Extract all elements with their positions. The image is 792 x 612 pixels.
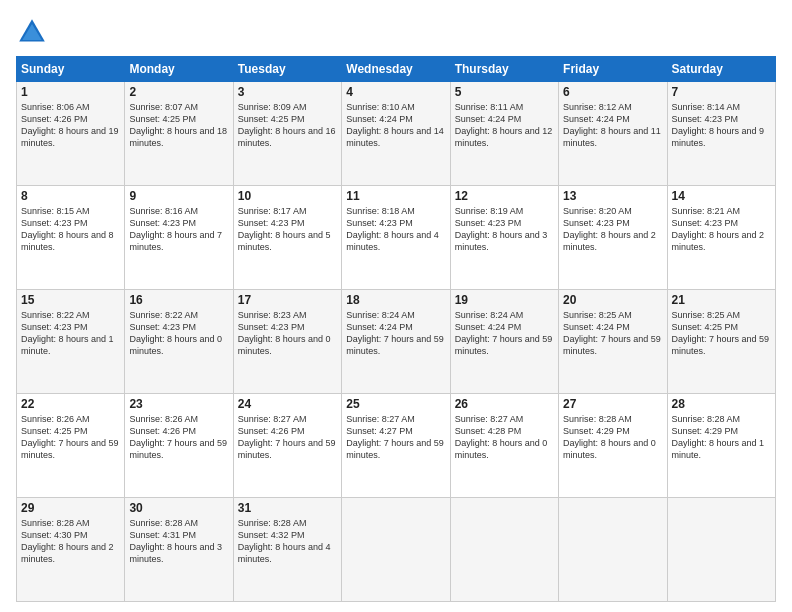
col-monday: Monday xyxy=(125,57,233,82)
day-details: Sunrise: 8:14 AM Sunset: 4:23 PM Dayligh… xyxy=(672,101,771,150)
table-row: 24Sunrise: 8:27 AM Sunset: 4:26 PM Dayli… xyxy=(233,394,341,498)
day-number: 24 xyxy=(238,397,337,411)
col-saturday: Saturday xyxy=(667,57,775,82)
day-details: Sunrise: 8:22 AM Sunset: 4:23 PM Dayligh… xyxy=(21,309,120,358)
table-row: 17Sunrise: 8:23 AM Sunset: 4:23 PM Dayli… xyxy=(233,290,341,394)
day-number: 17 xyxy=(238,293,337,307)
day-number: 20 xyxy=(563,293,662,307)
day-number: 16 xyxy=(129,293,228,307)
header xyxy=(16,16,776,48)
day-details: Sunrise: 8:18 AM Sunset: 4:23 PM Dayligh… xyxy=(346,205,445,254)
day-number: 26 xyxy=(455,397,554,411)
day-number: 4 xyxy=(346,85,445,99)
day-details: Sunrise: 8:12 AM Sunset: 4:24 PM Dayligh… xyxy=(563,101,662,150)
table-row: 19Sunrise: 8:24 AM Sunset: 4:24 PM Dayli… xyxy=(450,290,558,394)
logo xyxy=(16,16,52,48)
col-sunday: Sunday xyxy=(17,57,125,82)
day-number: 9 xyxy=(129,189,228,203)
day-details: Sunrise: 8:28 AM Sunset: 4:29 PM Dayligh… xyxy=(672,413,771,462)
logo-icon xyxy=(16,16,48,48)
col-thursday: Thursday xyxy=(450,57,558,82)
day-details: Sunrise: 8:26 AM Sunset: 4:25 PM Dayligh… xyxy=(21,413,120,462)
day-number: 30 xyxy=(129,501,228,515)
day-number: 1 xyxy=(21,85,120,99)
table-row: 9Sunrise: 8:16 AM Sunset: 4:23 PM Daylig… xyxy=(125,186,233,290)
table-row: 20Sunrise: 8:25 AM Sunset: 4:24 PM Dayli… xyxy=(559,290,667,394)
table-row: 11Sunrise: 8:18 AM Sunset: 4:23 PM Dayli… xyxy=(342,186,450,290)
day-details: Sunrise: 8:22 AM Sunset: 4:23 PM Dayligh… xyxy=(129,309,228,358)
day-number: 11 xyxy=(346,189,445,203)
col-friday: Friday xyxy=(559,57,667,82)
table-row: 8Sunrise: 8:15 AM Sunset: 4:23 PM Daylig… xyxy=(17,186,125,290)
table-row: 14Sunrise: 8:21 AM Sunset: 4:23 PM Dayli… xyxy=(667,186,775,290)
day-number: 13 xyxy=(563,189,662,203)
day-details: Sunrise: 8:27 AM Sunset: 4:26 PM Dayligh… xyxy=(238,413,337,462)
table-row: 22Sunrise: 8:26 AM Sunset: 4:25 PM Dayli… xyxy=(17,394,125,498)
day-number: 28 xyxy=(672,397,771,411)
calendar-week-row: 8Sunrise: 8:15 AM Sunset: 4:23 PM Daylig… xyxy=(17,186,776,290)
day-number: 6 xyxy=(563,85,662,99)
day-details: Sunrise: 8:11 AM Sunset: 4:24 PM Dayligh… xyxy=(455,101,554,150)
calendar-week-row: 29Sunrise: 8:28 AM Sunset: 4:30 PM Dayli… xyxy=(17,498,776,602)
day-number: 7 xyxy=(672,85,771,99)
day-details: Sunrise: 8:28 AM Sunset: 4:30 PM Dayligh… xyxy=(21,517,120,566)
table-row: 31Sunrise: 8:28 AM Sunset: 4:32 PM Dayli… xyxy=(233,498,341,602)
day-details: Sunrise: 8:25 AM Sunset: 4:24 PM Dayligh… xyxy=(563,309,662,358)
table-row xyxy=(559,498,667,602)
calendar: Sunday Monday Tuesday Wednesday Thursday… xyxy=(16,56,776,602)
day-number: 23 xyxy=(129,397,228,411)
day-number: 2 xyxy=(129,85,228,99)
table-row: 16Sunrise: 8:22 AM Sunset: 4:23 PM Dayli… xyxy=(125,290,233,394)
table-row: 1Sunrise: 8:06 AM Sunset: 4:26 PM Daylig… xyxy=(17,82,125,186)
table-row: 2Sunrise: 8:07 AM Sunset: 4:25 PM Daylig… xyxy=(125,82,233,186)
day-number: 8 xyxy=(21,189,120,203)
day-details: Sunrise: 8:23 AM Sunset: 4:23 PM Dayligh… xyxy=(238,309,337,358)
day-number: 25 xyxy=(346,397,445,411)
table-row: 4Sunrise: 8:10 AM Sunset: 4:24 PM Daylig… xyxy=(342,82,450,186)
day-number: 5 xyxy=(455,85,554,99)
calendar-week-row: 22Sunrise: 8:26 AM Sunset: 4:25 PM Dayli… xyxy=(17,394,776,498)
table-row: 10Sunrise: 8:17 AM Sunset: 4:23 PM Dayli… xyxy=(233,186,341,290)
col-tuesday: Tuesday xyxy=(233,57,341,82)
day-number: 14 xyxy=(672,189,771,203)
day-details: Sunrise: 8:07 AM Sunset: 4:25 PM Dayligh… xyxy=(129,101,228,150)
table-row: 7Sunrise: 8:14 AM Sunset: 4:23 PM Daylig… xyxy=(667,82,775,186)
table-row: 25Sunrise: 8:27 AM Sunset: 4:27 PM Dayli… xyxy=(342,394,450,498)
col-wednesday: Wednesday xyxy=(342,57,450,82)
day-details: Sunrise: 8:28 AM Sunset: 4:31 PM Dayligh… xyxy=(129,517,228,566)
table-row: 23Sunrise: 8:26 AM Sunset: 4:26 PM Dayli… xyxy=(125,394,233,498)
day-details: Sunrise: 8:15 AM Sunset: 4:23 PM Dayligh… xyxy=(21,205,120,254)
day-details: Sunrise: 8:24 AM Sunset: 4:24 PM Dayligh… xyxy=(455,309,554,358)
day-details: Sunrise: 8:28 AM Sunset: 4:32 PM Dayligh… xyxy=(238,517,337,566)
day-details: Sunrise: 8:24 AM Sunset: 4:24 PM Dayligh… xyxy=(346,309,445,358)
calendar-week-row: 1Sunrise: 8:06 AM Sunset: 4:26 PM Daylig… xyxy=(17,82,776,186)
table-row: 28Sunrise: 8:28 AM Sunset: 4:29 PM Dayli… xyxy=(667,394,775,498)
calendar-week-row: 15Sunrise: 8:22 AM Sunset: 4:23 PM Dayli… xyxy=(17,290,776,394)
day-number: 27 xyxy=(563,397,662,411)
table-row: 15Sunrise: 8:22 AM Sunset: 4:23 PM Dayli… xyxy=(17,290,125,394)
day-number: 21 xyxy=(672,293,771,307)
day-number: 10 xyxy=(238,189,337,203)
day-details: Sunrise: 8:10 AM Sunset: 4:24 PM Dayligh… xyxy=(346,101,445,150)
table-row: 13Sunrise: 8:20 AM Sunset: 4:23 PM Dayli… xyxy=(559,186,667,290)
day-details: Sunrise: 8:20 AM Sunset: 4:23 PM Dayligh… xyxy=(563,205,662,254)
table-row: 21Sunrise: 8:25 AM Sunset: 4:25 PM Dayli… xyxy=(667,290,775,394)
table-row xyxy=(450,498,558,602)
day-details: Sunrise: 8:27 AM Sunset: 4:27 PM Dayligh… xyxy=(346,413,445,462)
day-number: 22 xyxy=(21,397,120,411)
day-number: 31 xyxy=(238,501,337,515)
table-row: 27Sunrise: 8:28 AM Sunset: 4:29 PM Dayli… xyxy=(559,394,667,498)
day-details: Sunrise: 8:06 AM Sunset: 4:26 PM Dayligh… xyxy=(21,101,120,150)
day-details: Sunrise: 8:09 AM Sunset: 4:25 PM Dayligh… xyxy=(238,101,337,150)
day-number: 15 xyxy=(21,293,120,307)
table-row: 6Sunrise: 8:12 AM Sunset: 4:24 PM Daylig… xyxy=(559,82,667,186)
day-number: 29 xyxy=(21,501,120,515)
table-row xyxy=(667,498,775,602)
table-row: 3Sunrise: 8:09 AM Sunset: 4:25 PM Daylig… xyxy=(233,82,341,186)
day-details: Sunrise: 8:16 AM Sunset: 4:23 PM Dayligh… xyxy=(129,205,228,254)
day-details: Sunrise: 8:17 AM Sunset: 4:23 PM Dayligh… xyxy=(238,205,337,254)
table-row: 18Sunrise: 8:24 AM Sunset: 4:24 PM Dayli… xyxy=(342,290,450,394)
calendar-header-row: Sunday Monday Tuesday Wednesday Thursday… xyxy=(17,57,776,82)
day-number: 19 xyxy=(455,293,554,307)
day-details: Sunrise: 8:26 AM Sunset: 4:26 PM Dayligh… xyxy=(129,413,228,462)
